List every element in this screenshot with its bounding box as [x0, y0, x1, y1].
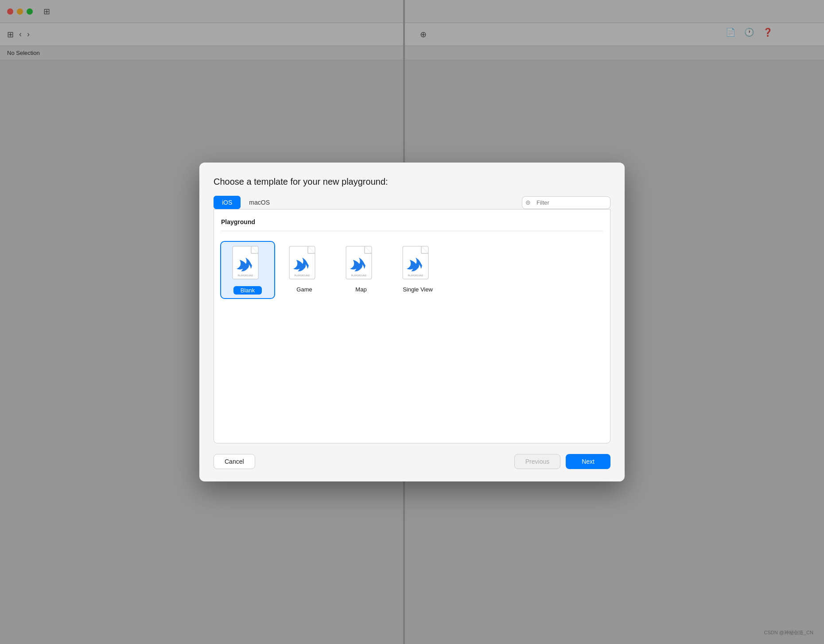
- section-header: Playground: [221, 215, 603, 231]
- dialog-title: Choose a template for your new playgroun…: [214, 177, 610, 187]
- map-file-icon: PLAYGROUND: [345, 245, 377, 283]
- cancel-button[interactable]: Cancel: [214, 454, 255, 469]
- next-button[interactable]: Next: [566, 454, 610, 469]
- game-file-icon: PLAYGROUND: [288, 245, 320, 283]
- previous-button[interactable]: Previous: [514, 454, 560, 469]
- footer-right-buttons: Previous Next: [514, 454, 610, 469]
- single-view-file-icon: PLAYGROUND: [402, 245, 434, 283]
- template-chooser-dialog: Choose a template for your new playgroun…: [199, 163, 625, 481]
- filter-wrapper: ⊜: [522, 196, 610, 209]
- svg-text:PLAYGROUND: PLAYGROUND: [238, 274, 253, 277]
- template-item-single-view[interactable]: PLAYGROUND Single View: [391, 242, 444, 298]
- template-item-blank[interactable]: PLAYGROUND Blank: [221, 242, 274, 298]
- blank-file-icon: PLAYGROUND: [232, 245, 264, 283]
- map-label: Map: [355, 286, 366, 293]
- svg-text:PLAYGROUND: PLAYGROUND: [295, 274, 310, 277]
- platform-tabs: iOS macOS: [214, 196, 278, 209]
- modal-overlay: Choose a template for your new playgroun…: [0, 0, 824, 644]
- blank-label: Blank: [233, 286, 262, 295]
- template-item-map[interactable]: PLAYGROUND Map: [334, 242, 388, 298]
- game-label: Game: [296, 286, 312, 293]
- filter-input[interactable]: [522, 196, 610, 209]
- tab-macos[interactable]: macOS: [241, 196, 278, 209]
- tab-filter-row: iOS macOS ⊜: [214, 196, 610, 209]
- svg-text:PLAYGROUND: PLAYGROUND: [408, 274, 424, 277]
- template-grid: PLAYGROUND Blank: [221, 238, 603, 302]
- modal-footer: Cancel Previous Next: [214, 454, 610, 469]
- tab-ios[interactable]: iOS: [214, 196, 241, 209]
- template-item-game[interactable]: PLAYGROUND Game: [278, 242, 331, 298]
- single-view-label: Single View: [403, 286, 433, 293]
- svg-text:PLAYGROUND: PLAYGROUND: [351, 274, 367, 277]
- filter-icon: ⊜: [525, 199, 531, 206]
- template-content-area: Playground: [214, 209, 610, 443]
